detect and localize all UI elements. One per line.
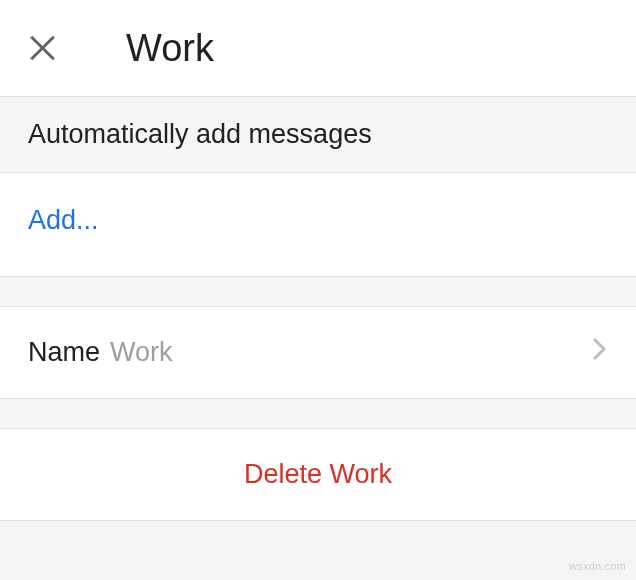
delete-row[interactable]: Delete Work <box>0 429 636 521</box>
delete-label: Delete Work <box>244 459 392 490</box>
name-label: Name <box>28 337 100 368</box>
chevron-right-icon <box>592 335 608 370</box>
name-left: Name Work <box>28 337 173 368</box>
add-rule-row[interactable]: Add... <box>0 173 636 277</box>
name-row[interactable]: Name Work <box>0 307 636 399</box>
close-icon[interactable] <box>28 34 56 62</box>
header-bar: Work <box>0 0 636 96</box>
add-link-label: Add... <box>28 205 99 236</box>
footer-gap <box>0 521 636 551</box>
name-value: Work <box>110 337 173 368</box>
page-title: Work <box>126 27 214 70</box>
section-gap-2 <box>0 399 636 429</box>
section-gap <box>0 277 636 307</box>
section-header-auto-add: Automatically add messages <box>0 96 636 173</box>
watermark: wsxdn.com <box>569 560 626 572</box>
